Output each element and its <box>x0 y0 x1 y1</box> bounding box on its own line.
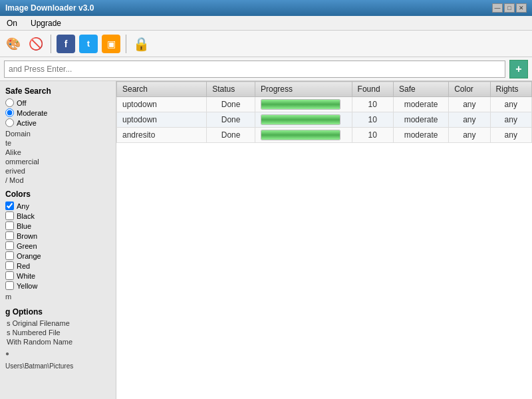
cell-status: Done <box>207 97 255 112</box>
table-header-row: Search Status Progress Found Safe Color … <box>117 82 532 97</box>
save-path: Users\Batman\Pictures <box>5 362 110 370</box>
color-black[interactable]: Black <box>5 211 110 220</box>
header-found: Found <box>352 82 393 97</box>
safe-search-moderate[interactable]: Moderate <box>5 108 110 117</box>
main-layout: Safe Search Off Moderate Active Domain t… <box>0 81 532 399</box>
cell-search: andresito <box>117 128 207 143</box>
color-black-checkbox[interactable] <box>5 211 14 220</box>
color-any-checkbox[interactable] <box>5 201 14 210</box>
toolbar-separator-1 <box>51 35 51 53</box>
safe-search-active[interactable]: Active <box>5 118 110 127</box>
cell-status: Done <box>207 112 255 128</box>
color-brown[interactable]: Brown <box>5 231 110 240</box>
color-brown-label: Brown <box>17 232 37 240</box>
color-any[interactable]: Any <box>5 201 110 210</box>
color-orange[interactable]: Orange <box>5 251 110 260</box>
cell-rights: any <box>490 112 531 128</box>
saving-option-3: With Random Name <box>5 338 110 346</box>
color-white-checkbox[interactable] <box>5 271 14 280</box>
close-button[interactable]: ✕ <box>516 3 527 13</box>
window-controls: — □ ✕ <box>492 3 527 13</box>
safe-search-title: Safe Search <box>5 86 110 96</box>
table-row: uptodown Done 10 moderate any any <box>117 97 532 112</box>
menu-on[interactable]: On <box>3 17 21 29</box>
safe-off-radio[interactable] <box>5 98 14 107</box>
te-label: te <box>5 139 110 147</box>
minimize-button[interactable]: — <box>492 3 503 13</box>
color-green-label: Green <box>17 242 37 250</box>
colors-title: Colors <box>5 190 110 199</box>
color-blue-checkbox[interactable] <box>5 221 14 230</box>
saving-option-2: s Numbered File <box>5 329 110 336</box>
cell-search: uptodown <box>117 112 207 128</box>
color-blue-label: Blue <box>17 222 31 230</box>
progress-bar <box>261 99 340 110</box>
color-yellow-label: Yellow <box>17 282 37 290</box>
facebook-icon[interactable]: f <box>57 35 75 53</box>
lock-icon[interactable]: 🔒 <box>132 35 150 53</box>
toolbar-separator-2 <box>126 35 126 53</box>
color-green-checkbox[interactable] <box>5 241 14 250</box>
alike-label: Alike <box>5 148 110 156</box>
header-status: Status <box>207 82 255 97</box>
color-orange-label: Orange <box>17 252 41 260</box>
add-search-button[interactable]: + <box>509 60 528 78</box>
safe-off-label: Off <box>17 99 26 107</box>
color-red-label: Red <box>17 262 30 270</box>
paint-icon[interactable]: 🎨 <box>4 35 23 53</box>
extra-label-m: m <box>5 293 110 301</box>
domain-label: Domain <box>5 130 110 138</box>
progress-bar <box>261 114 340 125</box>
cell-found: 10 <box>352 97 393 112</box>
safe-moderate-label: Moderate <box>17 109 47 117</box>
sidebar: Safe Search Off Moderate Active Domain t… <box>0 81 116 399</box>
cell-rights: any <box>490 128 531 143</box>
search-input[interactable] <box>4 61 505 78</box>
cell-safe: moderate <box>393 128 448 143</box>
cell-safe: moderate <box>393 112 448 128</box>
window-title: Image Downloader v3.0 <box>5 3 94 13</box>
header-color: Color <box>449 82 490 97</box>
color-orange-checkbox[interactable] <box>5 251 14 260</box>
cell-color: any <box>449 112 490 128</box>
title-bar: Image Downloader v3.0 — □ ✕ <box>0 0 532 16</box>
safe-moderate-radio[interactable] <box>5 108 14 117</box>
rss-icon[interactable]: ▣ <box>102 35 120 53</box>
color-black-label: Black <box>17 212 35 220</box>
m-label: m <box>5 293 110 301</box>
progress-bar <box>261 130 340 140</box>
color-red-checkbox[interactable] <box>5 261 14 270</box>
color-brown-checkbox[interactable] <box>5 231 14 240</box>
color-green[interactable]: Green <box>5 241 110 250</box>
progress-fill <box>261 130 340 140</box>
progress-fill <box>261 115 340 124</box>
cell-found: 10 <box>352 112 393 128</box>
color-blue[interactable]: Blue <box>5 221 110 230</box>
color-red[interactable]: Red <box>5 261 110 270</box>
header-safe: Safe <box>393 82 448 97</box>
mod-label: / Mod <box>5 176 110 184</box>
menu-upgrade[interactable]: Upgrade <box>27 17 65 29</box>
cell-progress <box>255 128 352 143</box>
safe-active-label: Active <box>17 119 37 127</box>
maximize-button[interactable]: □ <box>504 3 515 13</box>
results-table: Search Status Progress Found Safe Color … <box>116 81 532 143</box>
cell-progress <box>255 97 352 112</box>
color-any-label: Any <box>17 202 29 210</box>
cell-color: any <box>449 97 490 112</box>
derived-label: erived <box>5 167 110 175</box>
progress-fill <box>261 100 340 109</box>
color-yellow[interactable]: Yellow <box>5 281 110 290</box>
content-area: Search Status Progress Found Safe Color … <box>116 81 532 399</box>
safe-search-off[interactable]: Off <box>5 98 110 107</box>
block-icon[interactable]: 🚫 <box>27 35 45 53</box>
table-row: andresito Done 10 moderate any any <box>117 128 532 143</box>
header-rights: Rights <box>490 82 531 97</box>
color-yellow-checkbox[interactable] <box>5 281 14 290</box>
color-white-label: White <box>17 272 35 280</box>
safe-active-radio[interactable] <box>5 118 14 127</box>
color-white[interactable]: White <box>5 271 110 280</box>
twitter-icon[interactable]: t <box>79 35 98 53</box>
toolbar: 🎨 🚫 f t ▣ 🔒 <box>0 31 532 57</box>
saving-options-title: g Options <box>5 307 110 317</box>
